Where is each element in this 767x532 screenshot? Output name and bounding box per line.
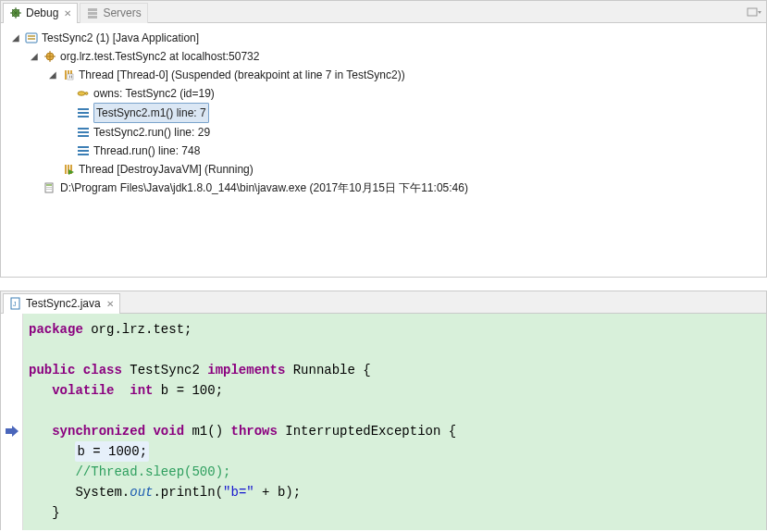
cls-name: TestSync2 (122, 363, 207, 377)
svg-rect-6 (88, 12, 97, 15)
debug-tree[interactable]: ◢ TestSync2 (1) [Java Application] ◢ org… (1, 23, 766, 253)
svg-rect-20 (71, 76, 72, 79)
editor-tabbar: J TestSync2.java ✕ (1, 291, 766, 314)
runnable: Runnable { (285, 363, 370, 377)
svg-rect-23 (78, 108, 89, 110)
stackframe-icon (77, 145, 90, 156)
tree-frame-2[interactable]: Thread.run() line: 748 (5, 142, 762, 160)
tab-servers[interactable]: Servers (80, 3, 147, 23)
svg-rect-25 (78, 116, 89, 118)
svg-rect-7 (88, 16, 97, 19)
collapse-icon[interactable]: ◢ (29, 47, 40, 66)
out-field: out (130, 485, 153, 500)
tab-editor-file[interactable]: J TestSync2.java ✕ (3, 293, 120, 314)
brace: } (52, 505, 59, 520)
tree-target[interactable]: ◢ org.lrz.test.TestSync2 at localhost:50… (5, 47, 762, 66)
tab-debug[interactable]: Debug ✕ (3, 3, 78, 23)
tree-owns-label: owns: TestSync2 (id=19) (93, 84, 215, 103)
svg-rect-32 (65, 165, 67, 174)
str-lit: "b=" (223, 485, 254, 500)
ie: InterruptedException { (278, 424, 456, 439)
svg-rect-5 (88, 8, 97, 11)
kw-throws: throws (230, 424, 277, 439)
stackframe-icon (77, 127, 90, 138)
tree-launch-label: TestSync2 (1) [Java Application] (42, 29, 199, 47)
kw-int: int (114, 383, 153, 398)
svg-point-22 (85, 93, 88, 95)
tree-frame-1-label: TestSync2.run() line: 29 (93, 123, 210, 142)
java-file-icon: J (9, 297, 22, 310)
svg-rect-31 (78, 154, 89, 155)
kw-class: class (83, 363, 122, 377)
kw-public: public (29, 363, 75, 377)
svg-rect-26 (78, 128, 89, 130)
svg-rect-8 (748, 8, 757, 16)
println-post: + b); (254, 485, 301, 500)
tree-thread-vm-label: Thread [DestroyJavaVM] (Running) (79, 160, 254, 179)
monitor-icon (77, 89, 90, 98)
current-line: b = 1000; (75, 441, 149, 462)
editor-panel: J TestSync2.java ✕ (0, 291, 767, 530)
debug-view-panel: Debug ✕ Servers ◢ TestSync2 (1) [Java Ap… (0, 0, 767, 278)
collapse-icon[interactable]: ◢ (10, 29, 21, 47)
tree-owns[interactable]: owns: TestSync2 (id=19) (5, 84, 762, 103)
svg-rect-10 (28, 35, 35, 37)
kw-synchronized: synchronized (52, 424, 145, 439)
svg-rect-28 (78, 135, 89, 137)
m1-sig: m1() (184, 424, 230, 439)
svg-rect-38 (46, 189, 52, 190)
svg-rect-15 (65, 70, 67, 80)
println-pre: .println( (153, 485, 223, 500)
comment: //Thread.sleep(500); (75, 464, 230, 479)
collapse-icon[interactable]: ◢ (47, 66, 58, 84)
svg-rect-27 (78, 131, 89, 133)
tree-thread-vm[interactable]: Thread [DestroyJavaVM] (Running) (5, 160, 762, 179)
tree-process[interactable]: D:\Program Files\Java\jdk1.8.0_144\bin\j… (5, 179, 762, 197)
tree-thread-0[interactable]: ◢ Thread [Thread-0] (Suspended (breakpoi… (5, 66, 762, 84)
svg-rect-24 (78, 112, 89, 114)
bdecl: b = 100; (153, 383, 223, 398)
svg-point-21 (78, 92, 85, 95)
sys: System. (75, 485, 130, 500)
kw-void: void (153, 424, 184, 439)
thread-suspended-icon (62, 68, 75, 81)
editor-body: package org.lrz.test; public class TestS… (1, 314, 766, 530)
close-icon[interactable]: ✕ (106, 299, 114, 309)
svg-rect-36 (46, 184, 52, 186)
code-area[interactable]: package org.lrz.test; public class TestS… (23, 314, 766, 530)
java-app-icon (25, 31, 38, 44)
view-menu-icon[interactable] (746, 6, 762, 19)
svg-rect-30 (78, 150, 89, 152)
debug-icon (9, 6, 22, 19)
kw-volatile: volatile (52, 383, 114, 398)
debug-target-icon (43, 50, 56, 63)
tree-target-label: org.lrz.test.TestSync2 at localhost:5073… (60, 47, 259, 66)
kw-package: package (29, 322, 83, 337)
tree-frame-2-label: Thread.run() line: 748 (93, 142, 200, 160)
servers-icon (86, 6, 99, 19)
process-icon (43, 181, 56, 194)
debug-tabbar: Debug ✕ Servers (1, 1, 766, 23)
close-icon[interactable]: ✕ (64, 8, 71, 19)
svg-text:J: J (13, 301, 17, 307)
svg-rect-11 (28, 38, 35, 40)
tree-frame-1[interactable]: TestSync2.run() line: 29 (5, 123, 762, 142)
stackframe-icon (77, 107, 90, 118)
tree-process-label: D:\Program Files\Java\jdk1.8.0_144\bin\j… (60, 179, 468, 197)
tree-frame-0[interactable]: TestSync2.m1() line: 7 (5, 103, 762, 123)
svg-rect-19 (69, 76, 70, 79)
svg-rect-29 (78, 146, 89, 148)
tree-launch[interactable]: ◢ TestSync2 (1) [Java Application] (5, 29, 762, 47)
tree-thread-0-label: Thread [Thread-0] (Suspended (breakpoint… (79, 66, 405, 84)
editor-gutter[interactable] (1, 314, 23, 530)
kw-implements: implements (207, 363, 285, 377)
tab-servers-label: Servers (103, 6, 141, 19)
instruction-pointer-icon (5, 426, 19, 437)
pkg-rest: org.lrz.test; (83, 322, 192, 337)
tab-debug-label: Debug (26, 6, 58, 19)
svg-rect-37 (46, 187, 52, 188)
thread-running-icon (62, 163, 75, 176)
tab-editor-file-label: TestSync2.java (26, 297, 101, 310)
tree-frame-0-label: TestSync2.m1() line: 7 (93, 103, 209, 123)
